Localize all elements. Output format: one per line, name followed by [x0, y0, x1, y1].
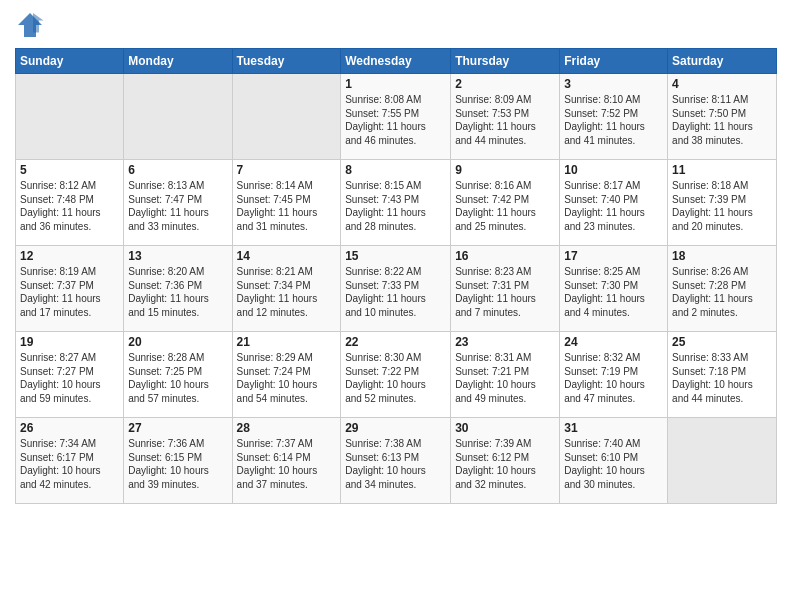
day-info: Sunrise: 8:20 AM Sunset: 7:36 PM Dayligh…: [128, 265, 227, 319]
calendar-cell: 24Sunrise: 8:32 AM Sunset: 7:19 PM Dayli…: [560, 332, 668, 418]
day-info: Sunrise: 7:38 AM Sunset: 6:13 PM Dayligh…: [345, 437, 446, 491]
day-number: 27: [128, 421, 227, 435]
calendar-cell: 14Sunrise: 8:21 AM Sunset: 7:34 PM Dayli…: [232, 246, 341, 332]
calendar-cell: 22Sunrise: 8:30 AM Sunset: 7:22 PM Dayli…: [341, 332, 451, 418]
day-number: 16: [455, 249, 555, 263]
day-number: 20: [128, 335, 227, 349]
calendar-cell: 12Sunrise: 8:19 AM Sunset: 7:37 PM Dayli…: [16, 246, 124, 332]
day-number: 17: [564, 249, 663, 263]
week-row-3: 19Sunrise: 8:27 AM Sunset: 7:27 PM Dayli…: [16, 332, 777, 418]
day-number: 15: [345, 249, 446, 263]
calendar-cell: 10Sunrise: 8:17 AM Sunset: 7:40 PM Dayli…: [560, 160, 668, 246]
day-number: 1: [345, 77, 446, 91]
day-number: 9: [455, 163, 555, 177]
calendar-cell: 16Sunrise: 8:23 AM Sunset: 7:31 PM Dayli…: [451, 246, 560, 332]
weekday-header-monday: Monday: [124, 49, 232, 74]
day-number: 31: [564, 421, 663, 435]
day-info: Sunrise: 8:25 AM Sunset: 7:30 PM Dayligh…: [564, 265, 663, 319]
calendar-cell: 9Sunrise: 8:16 AM Sunset: 7:42 PM Daylig…: [451, 160, 560, 246]
day-number: 10: [564, 163, 663, 177]
calendar-cell: 11Sunrise: 8:18 AM Sunset: 7:39 PM Dayli…: [668, 160, 777, 246]
week-row-0: 1Sunrise: 8:08 AM Sunset: 7:55 PM Daylig…: [16, 74, 777, 160]
day-info: Sunrise: 7:39 AM Sunset: 6:12 PM Dayligh…: [455, 437, 555, 491]
calendar-cell: 27Sunrise: 7:36 AM Sunset: 6:15 PM Dayli…: [124, 418, 232, 504]
day-number: 19: [20, 335, 119, 349]
day-number: 14: [237, 249, 337, 263]
calendar: SundayMondayTuesdayWednesdayThursdayFrid…: [15, 48, 777, 504]
day-info: Sunrise: 8:17 AM Sunset: 7:40 PM Dayligh…: [564, 179, 663, 233]
calendar-cell: [232, 74, 341, 160]
calendar-cell: 15Sunrise: 8:22 AM Sunset: 7:33 PM Dayli…: [341, 246, 451, 332]
day-number: 7: [237, 163, 337, 177]
day-number: 2: [455, 77, 555, 91]
calendar-cell: 8Sunrise: 8:15 AM Sunset: 7:43 PM Daylig…: [341, 160, 451, 246]
day-info: Sunrise: 8:19 AM Sunset: 7:37 PM Dayligh…: [20, 265, 119, 319]
calendar-cell: 1Sunrise: 8:08 AM Sunset: 7:55 PM Daylig…: [341, 74, 451, 160]
day-number: 25: [672, 335, 772, 349]
calendar-cell: 13Sunrise: 8:20 AM Sunset: 7:36 PM Dayli…: [124, 246, 232, 332]
calendar-cell: 4Sunrise: 8:11 AM Sunset: 7:50 PM Daylig…: [668, 74, 777, 160]
day-info: Sunrise: 8:32 AM Sunset: 7:19 PM Dayligh…: [564, 351, 663, 405]
day-number: 23: [455, 335, 555, 349]
day-number: 30: [455, 421, 555, 435]
day-info: Sunrise: 7:34 AM Sunset: 6:17 PM Dayligh…: [20, 437, 119, 491]
day-info: Sunrise: 7:37 AM Sunset: 6:14 PM Dayligh…: [237, 437, 337, 491]
logo: [15, 10, 49, 40]
day-number: 4: [672, 77, 772, 91]
calendar-cell: 5Sunrise: 8:12 AM Sunset: 7:48 PM Daylig…: [16, 160, 124, 246]
day-info: Sunrise: 8:26 AM Sunset: 7:28 PM Dayligh…: [672, 265, 772, 319]
weekday-header-tuesday: Tuesday: [232, 49, 341, 74]
day-info: Sunrise: 8:11 AM Sunset: 7:50 PM Dayligh…: [672, 93, 772, 147]
weekday-header-row: SundayMondayTuesdayWednesdayThursdayFrid…: [16, 49, 777, 74]
day-info: Sunrise: 8:18 AM Sunset: 7:39 PM Dayligh…: [672, 179, 772, 233]
weekday-header-wednesday: Wednesday: [341, 49, 451, 74]
day-info: Sunrise: 8:21 AM Sunset: 7:34 PM Dayligh…: [237, 265, 337, 319]
calendar-cell: 31Sunrise: 7:40 AM Sunset: 6:10 PM Dayli…: [560, 418, 668, 504]
day-number: 13: [128, 249, 227, 263]
day-number: 18: [672, 249, 772, 263]
day-info: Sunrise: 8:14 AM Sunset: 7:45 PM Dayligh…: [237, 179, 337, 233]
day-info: Sunrise: 8:31 AM Sunset: 7:21 PM Dayligh…: [455, 351, 555, 405]
day-info: Sunrise: 8:08 AM Sunset: 7:55 PM Dayligh…: [345, 93, 446, 147]
day-info: Sunrise: 8:12 AM Sunset: 7:48 PM Dayligh…: [20, 179, 119, 233]
header: [15, 10, 777, 40]
day-number: 12: [20, 249, 119, 263]
day-number: 6: [128, 163, 227, 177]
day-number: 21: [237, 335, 337, 349]
day-info: Sunrise: 8:22 AM Sunset: 7:33 PM Dayligh…: [345, 265, 446, 319]
day-info: Sunrise: 8:27 AM Sunset: 7:27 PM Dayligh…: [20, 351, 119, 405]
day-info: Sunrise: 8:15 AM Sunset: 7:43 PM Dayligh…: [345, 179, 446, 233]
svg-marker-1: [33, 13, 44, 33]
day-info: Sunrise: 7:40 AM Sunset: 6:10 PM Dayligh…: [564, 437, 663, 491]
day-number: 3: [564, 77, 663, 91]
day-info: Sunrise: 8:28 AM Sunset: 7:25 PM Dayligh…: [128, 351, 227, 405]
week-row-4: 26Sunrise: 7:34 AM Sunset: 6:17 PM Dayli…: [16, 418, 777, 504]
day-number: 5: [20, 163, 119, 177]
calendar-cell: 17Sunrise: 8:25 AM Sunset: 7:30 PM Dayli…: [560, 246, 668, 332]
calendar-cell: 23Sunrise: 8:31 AM Sunset: 7:21 PM Dayli…: [451, 332, 560, 418]
day-info: Sunrise: 8:10 AM Sunset: 7:52 PM Dayligh…: [564, 93, 663, 147]
calendar-cell: 29Sunrise: 7:38 AM Sunset: 6:13 PM Dayli…: [341, 418, 451, 504]
calendar-cell: 21Sunrise: 8:29 AM Sunset: 7:24 PM Dayli…: [232, 332, 341, 418]
logo-icon: [15, 10, 45, 40]
calendar-cell: [124, 74, 232, 160]
calendar-cell: [16, 74, 124, 160]
calendar-cell: 6Sunrise: 8:13 AM Sunset: 7:47 PM Daylig…: [124, 160, 232, 246]
calendar-cell: 26Sunrise: 7:34 AM Sunset: 6:17 PM Dayli…: [16, 418, 124, 504]
calendar-cell: 18Sunrise: 8:26 AM Sunset: 7:28 PM Dayli…: [668, 246, 777, 332]
day-number: 22: [345, 335, 446, 349]
day-info: Sunrise: 8:30 AM Sunset: 7:22 PM Dayligh…: [345, 351, 446, 405]
weekday-header-saturday: Saturday: [668, 49, 777, 74]
weekday-header-friday: Friday: [560, 49, 668, 74]
day-number: 28: [237, 421, 337, 435]
week-row-2: 12Sunrise: 8:19 AM Sunset: 7:37 PM Dayli…: [16, 246, 777, 332]
calendar-cell: 28Sunrise: 7:37 AM Sunset: 6:14 PM Dayli…: [232, 418, 341, 504]
day-number: 24: [564, 335, 663, 349]
weekday-header-thursday: Thursday: [451, 49, 560, 74]
weekday-header-sunday: Sunday: [16, 49, 124, 74]
day-info: Sunrise: 8:29 AM Sunset: 7:24 PM Dayligh…: [237, 351, 337, 405]
page: SundayMondayTuesdayWednesdayThursdayFrid…: [0, 0, 792, 612]
calendar-cell: 7Sunrise: 8:14 AM Sunset: 7:45 PM Daylig…: [232, 160, 341, 246]
calendar-cell: [668, 418, 777, 504]
day-info: Sunrise: 8:23 AM Sunset: 7:31 PM Dayligh…: [455, 265, 555, 319]
